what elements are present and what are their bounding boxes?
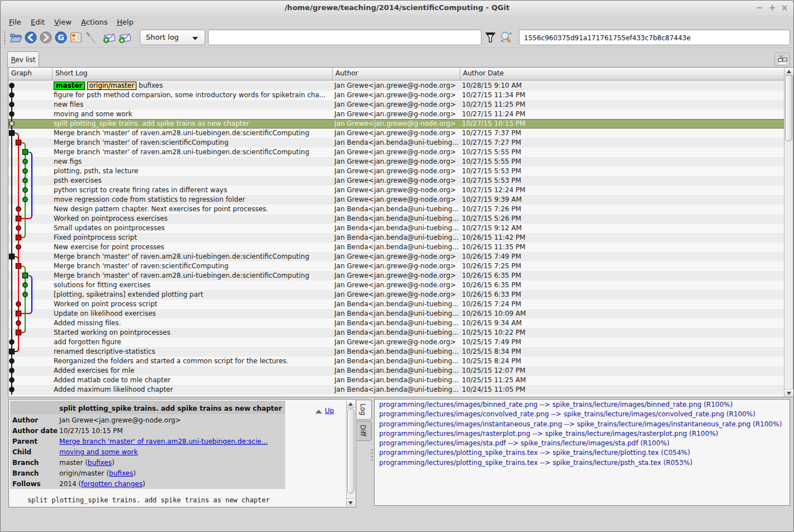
commit-author: Jan Benda<jan.benda@uni-tuebing... [334, 205, 462, 214]
commit-row[interactable]: renamed descriptive-statisticsJan Benda<… [8, 347, 784, 357]
apply-patch-icon[interactable] [117, 30, 133, 45]
menu-view[interactable]: View [54, 18, 72, 26]
detail-link[interactable]: forgotten changes [81, 480, 143, 488]
commit-row[interactable]: Fixed pointprocess scriptJan Benda<jan.b… [8, 233, 784, 243]
commit-date: 10/26/15 6:33 PM [462, 290, 782, 300]
commit-graph [8, 186, 53, 195]
commit-row[interactable]: New exercise for point processesJan Bend… [8, 243, 784, 252]
table-header: GraphShort LogAuthorAuthor Date [8, 68, 793, 80]
commit-row[interactable]: Merge branch 'master' of raven:scientifi… [8, 262, 784, 271]
rev-list-scrollbar[interactable] [784, 68, 793, 397]
wand-icon[interactable] [83, 30, 99, 45]
menu-actions[interactable]: Actions [81, 18, 108, 26]
file-rename-line[interactable]: programming/lectures/images/instantaneou… [379, 420, 787, 429]
minimize-button[interactable]: − [754, 2, 764, 14]
details-scrollbar[interactable] [346, 400, 355, 506]
commit-row[interactable]: Worked on point process scriptJan Benda<… [8, 300, 784, 309]
open-repository-icon[interactable] [8, 30, 23, 45]
tab-log-label: Log [359, 403, 367, 415]
commit-row[interactable]: Merge branch 'master' of raven.am28.uni-… [8, 271, 784, 281]
tab-rev-list[interactable]: Rev list [7, 51, 39, 68]
file-rename-line[interactable]: programming/lectures/plotting_spike_trai… [379, 458, 787, 468]
commit-row[interactable]: New design pattern chapter. Next exercis… [8, 205, 784, 214]
close-button[interactable]: × [779, 2, 790, 14]
commit-date: 10/25/15 11:25 AM [462, 376, 782, 385]
search-highlight-icon[interactable] [498, 30, 514, 45]
commit-row[interactable]: Added maximum likelihood chapterJan Bend… [8, 385, 784, 395]
toolbar-handle[interactable] [4, 31, 6, 46]
commit-row[interactable]: Worked on pointprocess exercisesJan Bend… [8, 214, 784, 224]
commit-row[interactable]: Started working on pointprocessesJan Ben… [8, 328, 784, 338]
commit-row[interactable]: Added matlab code to mle chapterJan Bend… [8, 376, 784, 385]
column-header-author[interactable]: Author [333, 68, 460, 80]
menu-help[interactable]: Help [117, 18, 134, 26]
commit-row[interactable]: add forgotten figureJan Grewe<jan.grewe@… [8, 338, 784, 347]
details-scroll-thumb[interactable] [347, 408, 355, 493]
commit-row[interactable]: Update on likelihood exercisesJan Benda<… [8, 309, 784, 319]
up-link[interactable]: Up [325, 407, 334, 415]
detail-link[interactable]: bufixes [88, 459, 112, 467]
menu-file[interactable]: File [9, 18, 21, 26]
commit-row[interactable]: Merge branch 'master' of raven.am28.uni-… [8, 129, 784, 138]
maximize-button[interactable]: + [767, 2, 777, 14]
commit-short-log: New design pattern chapter. Next exercis… [54, 205, 333, 214]
scroll-down-arrow[interactable] [784, 389, 793, 397]
details-scroll-up-arrow[interactable] [347, 400, 355, 408]
commit-date: 10/27/15 7:26 PM [462, 205, 782, 214]
forward-icon[interactable] [38, 30, 54, 45]
commit-row[interactable]: solutions for fitting exercisesJan Grewe… [8, 281, 784, 290]
column-header-graph[interactable]: Graph [8, 68, 53, 80]
menu-edit[interactable]: Edit [31, 18, 45, 26]
tab-diff[interactable]: Diff [357, 421, 372, 441]
commit-row[interactable]: Merge branch 'master' of raven:scientifi… [8, 138, 784, 148]
detail-link[interactable]: moving and some work [59, 448, 138, 456]
detail-link[interactable]: Merge branch 'master' of raven.am28.uni-… [59, 438, 268, 445]
file-rename-line[interactable]: programming/lectures/images/binned_rate.… [379, 400, 787, 410]
commit-row[interactable]: psth exercisesJan Grewe<jan.grewe@g-node… [8, 176, 784, 186]
column-header-short-log[interactable]: Short Log [53, 68, 333, 80]
file-rename-line[interactable]: programming/lectures/images/rasterplot.p… [379, 429, 787, 439]
splitter-handle[interactable] [371, 448, 373, 463]
scroll-up-arrow[interactable] [784, 68, 793, 75]
back-icon[interactable] [23, 30, 39, 45]
qgit-home-icon[interactable]: G [53, 30, 69, 45]
commit-row[interactable]: split plotting_spike trains. add spike t… [8, 119, 784, 129]
detail-link[interactable]: bufixes [109, 469, 133, 477]
title-bar[interactable]: /home/grewe/teaching/2014/scientificComp… [1, 1, 793, 16]
commit-row[interactable]: move regression code from statistics to … [8, 195, 784, 205]
filter-input[interactable] [208, 30, 481, 45]
commit-row[interactable]: Added missing files.Jan Benda<jan.benda@… [8, 319, 784, 328]
file-rename-line[interactable]: programming/lectures/images/sta.pdf --> … [379, 439, 787, 448]
commit-date: 10/25/15 8:34 PM [462, 347, 782, 357]
commit-row[interactable]: Merge branch 'master' of raven.am28.uni-… [8, 252, 784, 262]
sha-input[interactable]: 1556c960375d91a171761755ef433c7b8c87443e [519, 30, 790, 45]
save-patch-icon[interactable] [101, 30, 117, 45]
commit-row[interactable]: Merge branch 'master' of raven.am28.uni-… [8, 148, 784, 157]
commit-author: Jan Benda<jan.benda@uni-tuebing... [334, 233, 462, 243]
tab-corner-button[interactable] [774, 53, 790, 66]
commit-row[interactable]: new filesJan Grewe<jan.grewe@g-node.org>… [8, 100, 784, 110]
commit-row[interactable]: masterorigin/masterbufixesJan Grewe<jan.… [8, 81, 784, 91]
funnel-filter-icon[interactable] [483, 30, 498, 45]
commit-row[interactable]: python script to create firing rates in … [8, 186, 784, 195]
status-bar [1, 507, 793, 532]
commit-row[interactable]: new figsJan Grewe<jan.grewe@g-node.org>1… [8, 157, 784, 167]
commit-date: 10/26/15 7:49 PM [462, 252, 782, 262]
commit-row[interactable]: [plotting, spiketrains] extended plottin… [8, 290, 784, 300]
commit-graph [8, 262, 53, 271]
view-panes-icon[interactable] [68, 30, 84, 45]
commit-row[interactable]: figure for psth method comparsion, some … [8, 91, 784, 100]
commit-row[interactable]: moving and some workJan Grewe<jan.grewe@… [8, 110, 784, 119]
tab-log[interactable]: Log [357, 400, 372, 420]
commit-row[interactable]: Reorganized the folders and started a co… [8, 357, 784, 366]
log-view-select[interactable]: Short log [140, 30, 205, 45]
column-header-author-date[interactable]: Author Date [460, 68, 793, 80]
details-scroll-down-arrow[interactable] [347, 498, 355, 506]
file-rename-line[interactable]: programming/lectures/images/convolved_ra… [379, 410, 787, 419]
commit-author: Jan Grewe<jan.grewe@g-node.org> [334, 119, 462, 129]
commit-row[interactable]: plotting, psth, sta lectureJan Grewe<jan… [8, 167, 784, 176]
file-rename-line[interactable]: programming/lectures/plotting_spike_trai… [379, 448, 787, 458]
commit-row[interactable]: Small updates on pointprocessesJan Benda… [8, 224, 784, 233]
commit-row[interactable]: Added exercises for mleJan Benda<jan.ben… [8, 366, 784, 376]
scroll-thumb[interactable] [785, 75, 792, 141]
